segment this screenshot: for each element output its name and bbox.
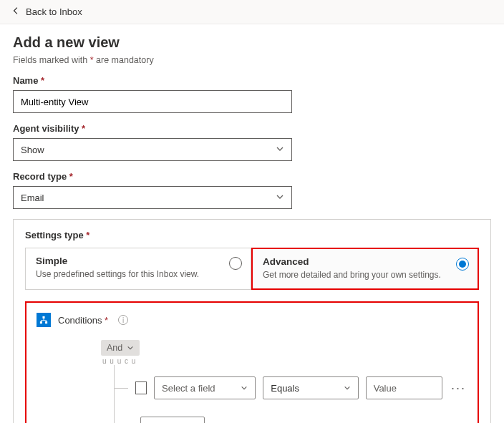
- back-to-inbox-link[interactable]: Back to Inbox: [11, 6, 82, 18]
- condition-operator-select[interactable]: Equals: [263, 376, 358, 399]
- page-title: Add a new view: [13, 34, 491, 51]
- chevron-down-icon: [276, 145, 284, 155]
- record-type-select[interactable]: Email: [13, 186, 292, 209]
- settings-advanced-option[interactable]: Advanced Get more detailed and bring you…: [251, 248, 479, 290]
- chevron-down-icon: [276, 193, 284, 203]
- svg-rect-0: [42, 316, 44, 319]
- record-type-value: Email: [21, 193, 44, 203]
- logic-operator-button[interactable]: And: [101, 340, 140, 356]
- condition-more-button[interactable]: ···: [450, 381, 467, 396]
- condition-field-select[interactable]: Select a field: [154, 376, 256, 399]
- radio-unchecked-icon: [229, 257, 242, 270]
- svg-rect-1: [40, 321, 42, 324]
- name-input[interactable]: [21, 97, 284, 107]
- radio-checked-icon: [456, 258, 469, 271]
- condition-field-placeholder: Select a field: [162, 383, 215, 394]
- settings-panel: Settings type * Simple Use predefined se…: [13, 219, 491, 423]
- back-label: Back to Inbox: [26, 6, 82, 17]
- chevron-down-icon: [241, 384, 248, 392]
- settings-simple-title: Simple: [36, 256, 241, 266]
- condition-operator-value: Equals: [271, 383, 299, 394]
- name-input-wrapper: [13, 90, 292, 113]
- agent-visibility-value: Show: [21, 145, 44, 155]
- arrow-left-icon: [11, 6, 21, 18]
- condition-row: Select a field Equals Value ···: [115, 376, 467, 399]
- add-condition-button[interactable]: ＋ Add: [140, 417, 205, 423]
- info-icon[interactable]: i: [118, 315, 128, 325]
- agent-visibility-select[interactable]: Show: [13, 138, 292, 161]
- agent-visibility-label: Agent visibility *: [13, 123, 491, 134]
- record-type-label: Record type *: [13, 171, 491, 182]
- settings-advanced-title: Advanced: [263, 256, 467, 267]
- logic-operator-label: And: [107, 343, 122, 353]
- chevron-down-icon: [127, 344, 134, 351]
- condition-value-placeholder: Value: [374, 383, 397, 394]
- conditions-title: Conditions *: [58, 315, 108, 326]
- condition-value-input[interactable]: Value: [366, 376, 442, 399]
- condition-checkbox[interactable]: [135, 381, 147, 394]
- conditions-block: Conditions * i And u u u c u Select a fi…: [25, 301, 479, 423]
- settings-advanced-desc: Get more detailed and bring your own set…: [263, 270, 467, 280]
- name-label: Name *: [13, 75, 491, 86]
- settings-simple-option[interactable]: Simple Use predefined settings for this …: [25, 248, 251, 290]
- chevron-down-icon: [344, 384, 351, 392]
- tree-connector: [115, 388, 128, 389]
- settings-simple-desc: Use predefined settings for this Inbox v…: [36, 269, 241, 279]
- settings-type-label: Settings type *: [25, 230, 479, 240]
- truncated-text: u u u c u: [102, 357, 467, 365]
- conditions-icon: [37, 313, 51, 327]
- svg-rect-2: [45, 321, 47, 324]
- mandatory-note: Fields marked with * are mandatory: [13, 55, 491, 65]
